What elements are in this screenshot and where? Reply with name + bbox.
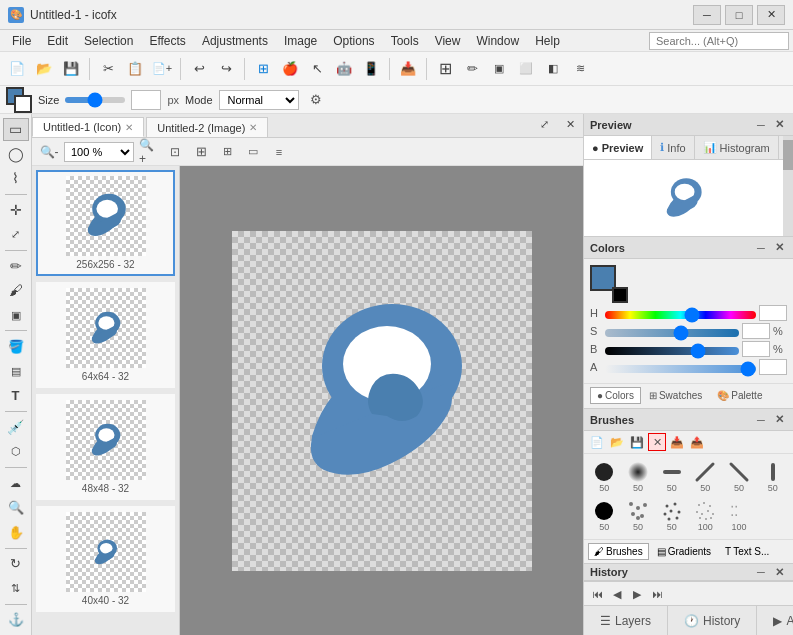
lasso-tool[interactable]: ⌇ (3, 167, 29, 190)
menu-window[interactable]: Window (468, 32, 527, 50)
apple-button[interactable]: 🍎 (277, 56, 303, 82)
colors-tab-swatches[interactable]: ⊞ Swatches (642, 387, 709, 404)
brushes-pin-button[interactable]: ─ (753, 412, 769, 428)
menu-edit[interactable]: Edit (39, 32, 76, 50)
brushes-close-button[interactable]: ✕ (771, 412, 787, 428)
close-button[interactable]: ✕ (757, 5, 785, 25)
brushes-import-button[interactable]: 📥 (668, 433, 686, 451)
bottom-tab-history[interactable]: 🕐 History (668, 606, 757, 635)
b-slider[interactable] (605, 347, 739, 355)
tab-icon[interactable]: Untitled-1 (Icon) ✕ (32, 117, 144, 137)
cursor-button[interactable]: ↖ (304, 56, 330, 82)
menu-adjustments[interactable]: Adjustments (194, 32, 276, 50)
brushes-save-button[interactable]: 💾 (628, 433, 646, 451)
stamp-button[interactable]: ⬜ (513, 56, 539, 82)
colors-tab-palette[interactable]: 🎨 Palette (710, 387, 769, 404)
brushes-export-button[interactable]: 📤 (688, 433, 706, 451)
menu-effects[interactable]: Effects (141, 32, 193, 50)
menu-view[interactable]: View (427, 32, 469, 50)
move-tool[interactable]: ✛ (3, 199, 29, 222)
s-value[interactable]: 58 (742, 323, 770, 339)
history-prev-button[interactable]: ◀ (608, 585, 626, 603)
history-close-button[interactable]: ✕ (771, 564, 787, 580)
fill-tool[interactable]: 🪣 (3, 335, 29, 358)
search-input[interactable] (649, 32, 789, 50)
eraser-button[interactable]: ▣ (486, 56, 512, 82)
bottom-tab-actions[interactable]: ▶ Actions (757, 606, 793, 635)
tab-image-close[interactable]: ✕ (249, 122, 257, 133)
color-replace-tool[interactable]: ⬡ (3, 440, 29, 463)
copy-button[interactable]: 📋 (122, 56, 148, 82)
pencil-tool[interactable]: ✏ (3, 255, 29, 278)
h-value[interactable]: 210 (759, 305, 787, 321)
brush-tool[interactable]: 🖌 (3, 279, 29, 302)
undo-button[interactable]: ↩ (186, 56, 212, 82)
cut-button[interactable]: ✂ (95, 56, 121, 82)
preview-close-button[interactable]: ✕ (771, 117, 787, 133)
layer-button[interactable]: ≡ (268, 141, 290, 163)
thumb-40[interactable]: 40x40 - 32 (36, 506, 175, 612)
windows-button[interactable]: ⊞ (250, 56, 276, 82)
size-input[interactable]: 50 (131, 90, 161, 110)
brush-line-h[interactable]: 50 (655, 458, 688, 496)
zoom-tool[interactable]: 🔍 (3, 496, 29, 519)
text-tool[interactable]: T (3, 384, 29, 407)
s-slider[interactable] (605, 329, 739, 337)
menu-tools[interactable]: Tools (383, 32, 427, 50)
brushes-tab-text[interactable]: T Text S... (719, 543, 775, 560)
history-pin-button[interactable]: ─ (753, 564, 769, 580)
preview-pin-button[interactable]: ─ (753, 117, 769, 133)
brush-scatter[interactable]: 50 (655, 497, 688, 535)
preview-scrollbar[interactable] (783, 136, 793, 236)
redo-button[interactable]: ↪ (213, 56, 239, 82)
eraser-tool[interactable]: ▣ (3, 304, 29, 327)
brush-hard-round[interactable]: 50 (588, 458, 621, 496)
history-last-button[interactable]: ⏭ (648, 585, 666, 603)
select-rect-tool[interactable]: ▭ (3, 118, 29, 141)
thumb-48[interactable]: 48x48 - 32 (36, 394, 175, 500)
select-ellipse-tool[interactable]: ◯ (3, 143, 29, 166)
brushes-tab-brushes[interactable]: 🖌 Brushes (588, 543, 649, 560)
history-first-button[interactable]: ⏮ (588, 585, 606, 603)
zoom-in-button[interactable]: 🔍+ (138, 141, 160, 163)
brush-texture100[interactable]: 100 (689, 497, 722, 535)
colors-pin-button[interactable]: ─ (753, 240, 769, 256)
zoom-select[interactable]: 100 % 50 % 200 % (64, 142, 134, 162)
smudge-tool[interactable]: ☁ (3, 472, 29, 495)
menu-help[interactable]: Help (527, 32, 568, 50)
hand-tool[interactable]: ✋ (3, 521, 29, 544)
grid-button[interactable]: ⊞ (432, 56, 458, 82)
flip-tool[interactable]: ⇅ (3, 577, 29, 600)
maximize-button[interactable]: □ (725, 5, 753, 25)
zoom-out-button[interactable]: 🔍- (38, 141, 60, 163)
minimize-button[interactable]: ─ (693, 5, 721, 25)
b-value[interactable]: 72 (742, 341, 770, 357)
transform-tool[interactable]: ⤢ (3, 223, 29, 246)
brush-line-v[interactable]: 50 (756, 458, 789, 496)
settings-icon[interactable]: ⚙ (305, 89, 327, 111)
thumb-256[interactable]: 256x256 - 32 (36, 170, 175, 276)
menu-image[interactable]: Image (276, 32, 325, 50)
h-slider[interactable] (605, 311, 756, 319)
sub-color-box[interactable] (612, 287, 628, 303)
preview-scroll-thumb[interactable] (783, 140, 793, 170)
a-slider[interactable] (605, 365, 756, 373)
grid-toggle-button[interactable]: ⊞ (190, 141, 212, 163)
anchor-tool[interactable]: ⚓ (3, 608, 29, 631)
filter-button[interactable]: ◧ (540, 56, 566, 82)
background-color[interactable] (14, 95, 32, 113)
brushes-tab-gradients[interactable]: ▤ Gradients (651, 543, 717, 560)
tab-close-all-button[interactable]: ✕ (557, 114, 583, 137)
new-button[interactable]: 📄 (4, 56, 30, 82)
size-slider[interactable] (65, 97, 125, 103)
eyedropper-tool[interactable]: 💉 (3, 416, 29, 439)
rotate-tool[interactable]: ↻ (3, 552, 29, 575)
wave-button[interactable]: ≋ (567, 56, 593, 82)
preview-tab-histogram[interactable]: 📊 Histogram (695, 136, 779, 159)
brush-black-dot[interactable]: 50 (588, 497, 621, 535)
preview-tab-preview[interactable]: ● Preview (584, 136, 652, 159)
brushes-open-button[interactable]: 📂 (608, 433, 626, 451)
brush-line-d1[interactable]: 50 (689, 458, 722, 496)
brushes-delete-button[interactable]: ✕ (648, 433, 666, 451)
save-button[interactable]: 💾 (58, 56, 84, 82)
